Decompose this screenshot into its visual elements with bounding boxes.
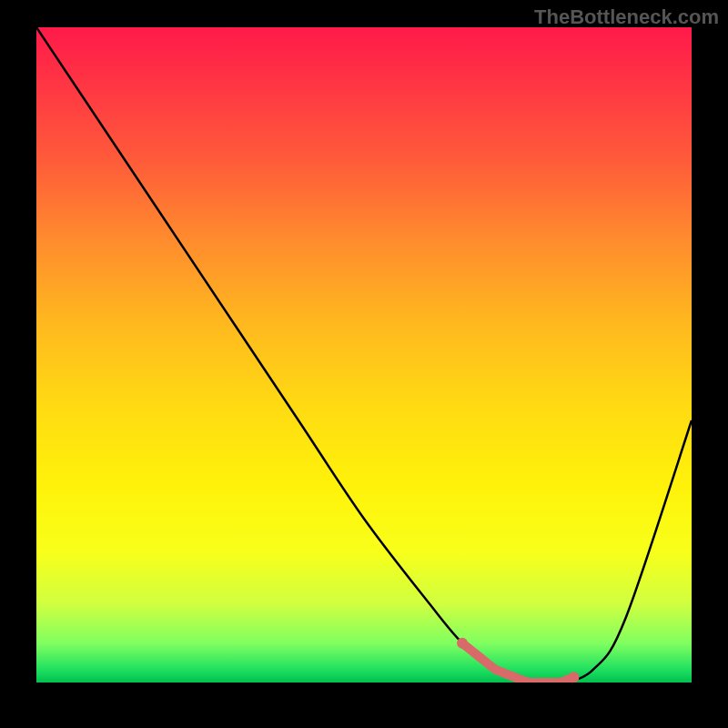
optimal-marker-dot-left [457,638,468,649]
bottleneck-curve [36,27,692,682]
chart-plot-area [36,27,692,682]
optimal-region-marker [462,643,573,682]
optimal-marker-dot-right [568,672,579,682]
watermark-text: TheBottleneck.com [534,5,719,29]
chart-curve-layer [36,27,692,682]
